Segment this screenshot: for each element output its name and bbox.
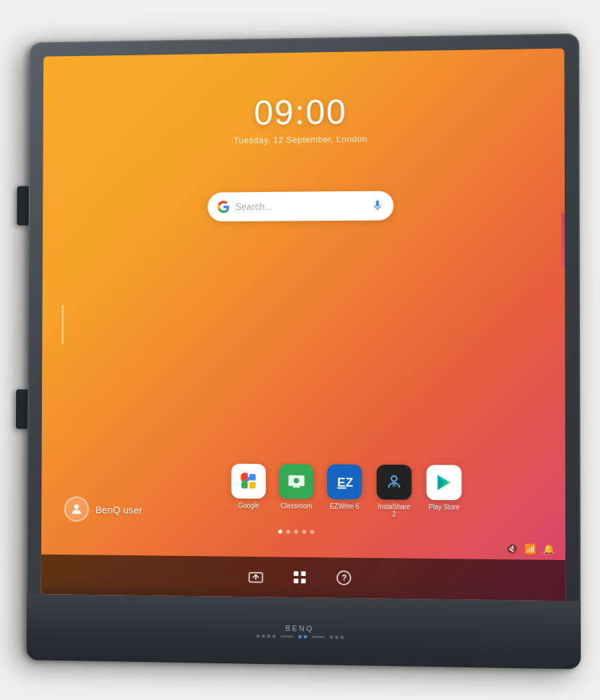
port-indicator-7: [340, 635, 343, 639]
svg-rect-0: [238, 471, 259, 492]
left-bar-indicator: [61, 305, 63, 344]
port-bar: [280, 635, 293, 637]
svg-text:?: ?: [342, 573, 347, 583]
microphone-icon[interactable]: [371, 199, 384, 212]
bottom-ports: [256, 634, 343, 639]
app-playstore-icon: [427, 465, 462, 500]
svg-rect-22: [301, 579, 306, 583]
port-indicator-5: [329, 635, 333, 639]
app-classroom-label: Classroom: [281, 502, 313, 509]
app-google-icon: [231, 464, 266, 499]
bottom-bezel: BenQ: [27, 594, 581, 669]
app-classroom[interactable]: Classroom: [279, 464, 314, 510]
app-ezwrite-icon: EZ: [327, 464, 362, 499]
google-icon: [217, 200, 230, 213]
page-dot-2[interactable]: [286, 529, 290, 533]
svg-rect-19: [294, 571, 299, 576]
benq-logo: BenQ: [285, 624, 314, 633]
user-label[interactable]: BenQ user: [64, 497, 142, 523]
right-accent: [561, 213, 565, 267]
app-instashare-icon: [377, 465, 411, 500]
svg-point-16: [74, 504, 79, 509]
app-playstore[interactable]: Play Store: [427, 465, 462, 511]
device-frame: 09:00 Tuesday, 12 September, London Sear…: [27, 33, 581, 669]
taskbar: ?: [41, 555, 566, 601]
app-google-label: Google: [238, 502, 259, 509]
user-avatar: [64, 497, 89, 522]
port-usb-2: [303, 635, 307, 638]
svg-text:EZ: EZ: [337, 475, 353, 489]
status-icons: 🔇 📶 🔔: [506, 543, 555, 555]
taskbar-help-button[interactable]: ?: [332, 565, 356, 590]
clock-area: 09:00 Tuesday, 12 September, London: [233, 91, 367, 145]
port-usb: [298, 635, 301, 638]
user-name: BenQ user: [95, 503, 142, 515]
app-ezwrite-label: EZWrite 6: [329, 503, 359, 510]
page-dot-4[interactable]: [302, 530, 306, 534]
search-placeholder: Search...: [235, 201, 365, 212]
svg-rect-21: [294, 579, 299, 583]
taskbar-apps-button[interactable]: [288, 565, 312, 590]
page-dot-1[interactable]: [278, 529, 282, 533]
app-instashare[interactable]: InstaShare 2: [375, 465, 413, 518]
svg-rect-4: [249, 482, 255, 488]
clock-date: Tuesday, 12 September, London: [233, 134, 367, 145]
screen: 09:00 Tuesday, 12 September, London Sear…: [41, 49, 566, 601]
svg-rect-3: [241, 482, 247, 488]
svg-point-7: [294, 478, 299, 483]
taskbar-cast-button[interactable]: [244, 565, 268, 589]
app-ezwrite[interactable]: EZ EZWrite 6: [327, 464, 362, 510]
notification-icon: 🔔: [543, 543, 554, 554]
device-wrapper: 09:00 Tuesday, 12 September, London Sear…: [13, 23, 587, 677]
svg-rect-2: [249, 474, 255, 480]
device-container: 09:00 Tuesday, 12 September, London Sear…: [27, 33, 581, 669]
mute-icon: 🔇: [506, 543, 517, 554]
page-dot-5[interactable]: [310, 530, 314, 534]
app-google[interactable]: Google: [231, 464, 266, 509]
svg-rect-8: [293, 486, 300, 488]
page-dot-3[interactable]: [294, 530, 298, 534]
port-bar-2: [311, 635, 325, 637]
svg-rect-14: [392, 482, 395, 487]
clock-time: 09:00: [233, 91, 367, 133]
apps-area: Google Classroom: [231, 464, 462, 519]
svg-rect-1: [241, 474, 247, 480]
app-classroom-icon: [279, 464, 314, 499]
port-indicator-2: [261, 634, 265, 637]
port-indicator-3: [267, 634, 270, 637]
svg-rect-20: [301, 571, 306, 576]
wifi-icon: 📶: [525, 543, 536, 554]
search-bar[interactable]: Search...: [207, 191, 393, 221]
port-indicator-6: [335, 635, 338, 639]
app-instashare-label: InstaShare 2: [375, 503, 413, 518]
port-indicator-4: [272, 634, 275, 637]
port-indicator-1: [256, 634, 259, 637]
app-playstore-label: Play Store: [429, 503, 460, 511]
page-dots: [278, 529, 314, 534]
